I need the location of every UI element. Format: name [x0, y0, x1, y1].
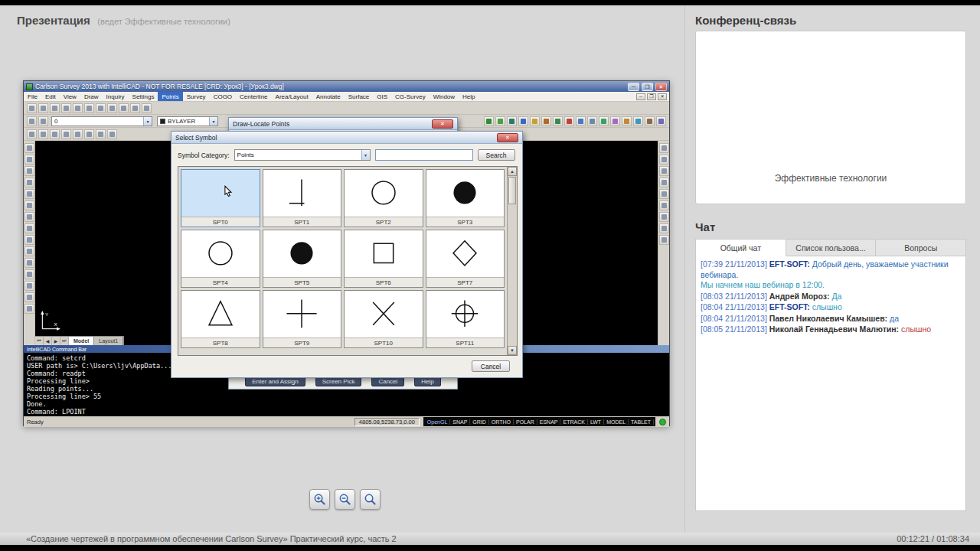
symbol-cell-spt11[interactable]: SPT11	[426, 290, 505, 348]
move-icon[interactable]	[24, 292, 34, 302]
menu-surface[interactable]: Surface	[345, 92, 374, 101]
doc-restore-button[interactable]: ❐	[647, 93, 656, 100]
minimize-button[interactable]: ─	[628, 83, 639, 91]
doc-close-button[interactable]: ✕	[658, 93, 667, 100]
surface-3d-icon[interactable]	[507, 116, 517, 126]
arc-icon[interactable]	[73, 129, 83, 139]
menu-cg-survey[interactable]: CG-Survey	[391, 92, 430, 101]
label-points-icon[interactable]	[541, 116, 551, 126]
grid-tool-icon[interactable]	[587, 116, 597, 126]
menu-window[interactable]: Window	[430, 92, 459, 101]
copy-icon[interactable]	[107, 103, 117, 113]
zoom-window-icon[interactable]	[24, 166, 34, 176]
polyline-tool-icon[interactable]	[24, 201, 34, 210]
object-snap-icon[interactable]	[659, 166, 669, 176]
select-icon[interactable]	[27, 129, 37, 139]
symbol-cell-spt3[interactable]: SPT3	[426, 169, 505, 227]
status-toggle-lwt[interactable]: LWT	[588, 419, 604, 425]
tab-layout1[interactable]: Layout1	[94, 337, 123, 345]
scroll-down-icon[interactable]: ▼	[508, 346, 517, 355]
field-to-finish-icon[interactable]	[553, 116, 563, 126]
layer-properties-icon[interactable]	[27, 116, 37, 126]
close-button[interactable]: ✕	[655, 83, 667, 91]
zoom-reset-button[interactable]	[360, 489, 381, 510]
menu-survey[interactable]: Survey	[183, 92, 210, 101]
globe-gis-icon[interactable]	[518, 116, 528, 126]
scroll-up-icon[interactable]: ▲	[508, 167, 517, 176]
list-tool-icon[interactable]	[659, 201, 669, 210]
color-select[interactable]: BYLAYER ▾	[157, 116, 218, 126]
section-view-icon[interactable]	[645, 116, 655, 126]
hydrology-icon[interactable]	[633, 116, 643, 126]
line-tool-icon[interactable]	[24, 189, 34, 199]
status-toggle-model[interactable]: MODEL	[604, 419, 629, 425]
tab-prev-button[interactable]: ◀	[44, 337, 52, 345]
status-toggle-etrack[interactable]: ETRACK	[560, 419, 587, 425]
new-file-icon[interactable]	[27, 103, 37, 113]
menu-annotate[interactable]: Annotate	[312, 92, 345, 101]
lot-network-icon[interactable]	[610, 116, 620, 126]
dimension-icon[interactable]	[107, 129, 117, 139]
zoom-in-button[interactable]	[309, 489, 330, 510]
point-group-icon[interactable]	[564, 116, 574, 126]
cad-titlebar[interactable]: Carlson Survey 2013 with IntelliCAD - NO…	[24, 81, 669, 92]
draw-locate-titlebar[interactable]: Draw-Locate Points ✕	[229, 118, 457, 130]
chat-tab-0[interactable]: Общий чат	[695, 239, 786, 256]
polyline-icon[interactable]	[50, 129, 60, 139]
scrollbar-thumb[interactable]	[508, 177, 516, 204]
symbol-cell-spt9[interactable]: SPT9	[263, 290, 342, 348]
set-layer-icon[interactable]	[38, 116, 48, 126]
cancel-button[interactable]: Cancel	[472, 360, 510, 372]
symbol-search-input[interactable]	[375, 149, 473, 161]
tab-model[interactable]: Model	[69, 337, 94, 345]
report-tool-icon[interactable]	[656, 116, 666, 126]
layer-manager-icon[interactable]	[659, 155, 669, 165]
menu-edit[interactable]: Edit	[41, 92, 60, 101]
symbol-cell-spt7[interactable]: SPT7	[426, 230, 505, 288]
symbol-grid-scrollbar[interactable]: ▲ ▼	[507, 167, 517, 355]
symbol-cell-spt1[interactable]: SPT1	[263, 169, 342, 227]
symbol-cell-spt5[interactable]: SPT5	[263, 230, 342, 288]
regen-icon[interactable]	[659, 223, 669, 233]
redo-icon[interactable]	[142, 103, 152, 113]
menu-gis[interactable]: GIS	[373, 92, 391, 101]
symbol-cell-spt6[interactable]: SPT6	[344, 230, 423, 288]
cut-icon[interactable]	[96, 103, 106, 113]
pan-icon[interactable]	[24, 155, 34, 165]
status-toggle-snap[interactable]: SNAP	[450, 419, 470, 425]
copy-tool-icon[interactable]	[24, 304, 34, 314]
paste-icon[interactable]	[119, 103, 129, 113]
symbol-cell-spt10[interactable]: SPT10	[344, 290, 423, 348]
draw-tree-icon[interactable]	[484, 116, 494, 126]
pointer-icon[interactable]	[24, 143, 34, 153]
save-icon[interactable]	[50, 103, 60, 113]
dimension-tool-icon[interactable]	[24, 258, 34, 268]
close-icon[interactable]: ✕	[497, 133, 518, 142]
symbol-cell-spt8[interactable]: SPT8	[181, 290, 260, 348]
survey-data-icon[interactable]	[576, 116, 586, 126]
contour-tool-icon[interactable]	[599, 116, 609, 126]
chat-tab-2[interactable]: Вопросы	[876, 239, 966, 256]
tab-next-button[interactable]: ▶	[52, 337, 60, 345]
circle-tool-icon[interactable]	[24, 212, 34, 222]
undo-icon[interactable]	[130, 103, 140, 113]
redraw-icon[interactable]	[659, 212, 669, 222]
image-overlay-icon[interactable]	[530, 116, 540, 126]
symbol-cell-spt0[interactable]: SPT0	[181, 169, 260, 227]
close-icon[interactable]: ✕	[432, 119, 453, 129]
erase-icon[interactable]	[24, 281, 34, 291]
menu-cogo[interactable]: COGO	[210, 92, 236, 101]
road-design-icon[interactable]	[622, 116, 632, 126]
status-toggle-polar[interactable]: POLAR	[514, 419, 537, 425]
menu-inquiry[interactable]: Inquiry	[103, 92, 129, 101]
symbol-cell-spt2[interactable]: SPT2	[344, 169, 423, 227]
properties-icon[interactable]	[659, 143, 669, 153]
tab-last-button[interactable]: ⏭	[60, 337, 69, 345]
rectangle-icon[interactable]	[84, 129, 94, 139]
menu-settings[interactable]: Settings	[129, 92, 158, 101]
doc-minimize-button[interactable]: ─	[636, 93, 645, 100]
measure-icon[interactable]	[659, 178, 669, 187]
symbol-cell-spt4[interactable]: SPT4	[181, 230, 260, 288]
find-icon[interactable]	[84, 103, 94, 113]
arc-tool-icon[interactable]	[24, 223, 34, 233]
